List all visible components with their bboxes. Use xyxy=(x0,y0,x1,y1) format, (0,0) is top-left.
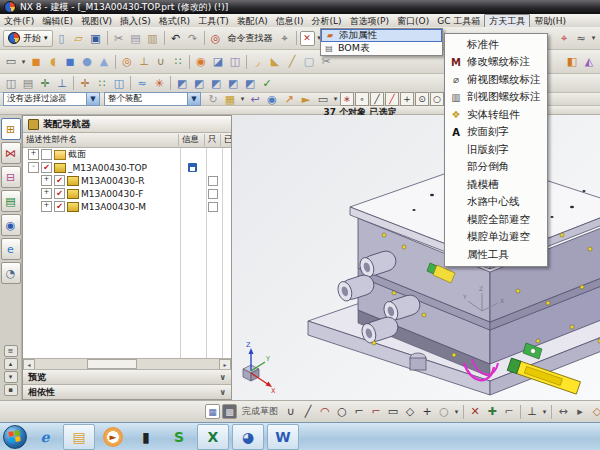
intersection-point-icon[interactable]: + xyxy=(400,92,414,106)
snap-point-icon[interactable]: ∗ xyxy=(340,92,354,106)
check-valid-icon[interactable]: ✓ xyxy=(259,75,275,91)
expand-icon[interactable]: + xyxy=(41,188,52,199)
menu-item-pry-slot[interactable]: 撬模槽 xyxy=(445,176,547,194)
menu-item-cavity-single-side-relief[interactable]: 模腔单边避空 xyxy=(445,229,547,247)
cylinder-icon[interactable]: ● xyxy=(79,54,95,70)
menu-analysis[interactable]: 分析(L) xyxy=(308,15,346,27)
extrude-icon[interactable]: ◼ xyxy=(28,54,44,70)
sketch-grid-icon[interactable]: ▩ xyxy=(222,404,237,419)
internet-explorer-icon[interactable]: e xyxy=(30,425,60,449)
quadrant-point-icon[interactable]: ○ xyxy=(430,92,444,106)
reuse-library-tab-icon[interactable]: ▤ xyxy=(1,190,21,212)
expand-icon[interactable]: + xyxy=(41,175,52,186)
menu-item-standard-parts[interactable]: 标准件 xyxy=(445,36,547,54)
sketch-icon[interactable]: ▭ xyxy=(3,54,19,70)
windows-explorer-icon[interactable]: ▤ xyxy=(63,424,95,450)
tree-row-label[interactable]: _M13A00430-TOP xyxy=(68,163,179,173)
refresh-icon[interactable]: ↻ xyxy=(205,91,221,107)
menu-information[interactable]: 信息(I) xyxy=(272,15,308,27)
word-icon[interactable]: W xyxy=(267,424,299,450)
checkbox-unchecked-icon[interactable] xyxy=(41,149,52,160)
menu-insert[interactable]: 插入(S) xyxy=(116,15,155,27)
menu-item-section-view-thread-callout[interactable]: ▥ 剖视图螺纹标注 xyxy=(445,89,547,107)
menu-item-bom-table[interactable]: ▤ BOM表 xyxy=(321,42,442,55)
readonly-checkbox[interactable] xyxy=(208,202,218,212)
tree-row-component-m[interactable]: + ✔ M13A00430-M xyxy=(23,200,231,213)
move-component-icon[interactable]: ✛ xyxy=(77,75,93,91)
menu-fangtian-tools[interactable]: 方天工具 xyxy=(484,14,530,28)
revolve-icon[interactable]: ◖ xyxy=(45,54,61,70)
highlight-dropdown-icon[interactable]: ▾ xyxy=(239,91,246,107)
menu-item-attribute-tools[interactable]: 属性工具 xyxy=(445,246,547,264)
assembly-constraints-icon[interactable]: ⊥ xyxy=(54,75,70,91)
control-point-icon[interactable]: ╱ xyxy=(385,92,399,106)
scroll-right-icon[interactable]: ▸ xyxy=(219,359,231,370)
resource-dock-icon[interactable]: ≡ xyxy=(4,345,18,357)
polygon-icon[interactable]: ◇ xyxy=(402,404,418,420)
menu-item-cavity-full-relief[interactable]: 模腔全部避空 xyxy=(445,211,547,229)
circle-icon[interactable]: ○ xyxy=(334,404,350,420)
pocket-icon[interactable]: ∪ xyxy=(153,54,169,70)
menu-item-legacy-engrave[interactable]: 旧版刻字 xyxy=(445,141,547,159)
touch-mode-icon[interactable]: ⌖ xyxy=(277,30,293,46)
checkbox-checked-icon[interactable]: ✔ xyxy=(54,201,65,212)
unite-icon[interactable]: ◉ xyxy=(193,54,209,70)
constraint-navigator-tab-icon[interactable]: ⋈ xyxy=(1,142,21,164)
open-folder-icon[interactable]: ▱ xyxy=(71,30,87,46)
rect-select-style-icon[interactable]: ▭ xyxy=(315,91,331,107)
expand-icon[interactable]: + xyxy=(41,201,52,212)
move-face-icon[interactable]: ◧ xyxy=(564,54,580,70)
pattern-feature-icon[interactable]: ∷ xyxy=(170,54,186,70)
history-tab-icon[interactable]: ◔ xyxy=(1,262,21,284)
select-cursor-icon[interactable]: ► xyxy=(298,91,314,107)
command-finder-icon[interactable]: ◎ xyxy=(208,30,224,46)
menu-preferences[interactable]: 首选项(P) xyxy=(346,15,393,27)
menu-item-solid-to-component[interactable]: ❖ 实体转组件 xyxy=(445,106,547,124)
drag-component-icon[interactable]: ✛ xyxy=(37,75,53,91)
line-icon[interactable]: ╱ xyxy=(300,404,316,420)
paste-icon[interactable]: ▥ xyxy=(145,30,161,46)
menu-view[interactable]: 视图(V) xyxy=(77,15,116,27)
menu-format[interactable]: 格式(R) xyxy=(155,15,194,27)
corner-fillet-icon[interactable]: ⌐ xyxy=(368,404,384,420)
scroll-left-icon[interactable]: ◂ xyxy=(23,359,35,370)
menu-help[interactable]: 帮助(H) xyxy=(530,15,570,27)
open-component-icon[interactable]: ▤ xyxy=(20,75,36,91)
highlight-style-icon[interactable]: ▦ xyxy=(222,91,238,107)
tree-row-top-assembly[interactable]: - ✔ _M13A00430-TOP xyxy=(23,161,231,174)
tree-row-label[interactable]: M13A00430-R xyxy=(81,176,179,186)
menu-item-modify-thread-callout[interactable]: M 修改螺纹标注 xyxy=(445,54,547,72)
offset-curve-icon[interactable]: ○ xyxy=(436,404,452,420)
rectangle-icon[interactable]: ▭ xyxy=(385,404,401,420)
sketch-dropdown-icon[interactable]: ▾ xyxy=(590,30,597,46)
chamfer-icon[interactable]: ◣ xyxy=(267,54,283,70)
more-sketch-tools-icon[interactable]: ▸ xyxy=(572,404,588,420)
subtract-icon[interactable]: ◪ xyxy=(210,54,226,70)
column-read-only[interactable]: 只 xyxy=(205,134,221,146)
column-descriptive-part-name[interactable]: 描述性部件名 xyxy=(23,134,179,146)
edge-blend-icon[interactable]: ◞ xyxy=(250,54,266,70)
show-hide-icon[interactable]: ✕ xyxy=(300,31,315,46)
sketch-in-task-icon[interactable]: ≈ xyxy=(573,30,589,46)
rect-select-dropdown-icon[interactable]: ▾ xyxy=(332,91,339,107)
hd3d-tools-tab-icon[interactable]: ◉ xyxy=(1,214,21,236)
checkbox-checked-icon[interactable]: ✔ xyxy=(54,188,65,199)
part-navigator-tab-icon[interactable]: ⊟ xyxy=(1,166,21,188)
readonly-checkbox[interactable] xyxy=(208,176,218,186)
assembly-navigator-tab-icon[interactable]: ⊞ xyxy=(1,118,21,140)
arc-center-icon[interactable]: ⊙ xyxy=(415,92,429,106)
mirror-assembly-icon[interactable]: ◫ xyxy=(111,75,127,91)
menu-gc-toolbox[interactable]: GC 工具箱 xyxy=(433,15,484,27)
column-info[interactable]: 信息 xyxy=(179,134,205,146)
profile-icon[interactable]: ∪ xyxy=(283,404,299,420)
scrollbar-thumb[interactable] xyxy=(87,359,137,369)
resource-down-icon[interactable]: ▾ xyxy=(4,371,18,383)
make-corner-icon[interactable]: ⌐ xyxy=(501,404,517,420)
checkbox-checked-icon[interactable]: ✔ xyxy=(54,175,65,186)
pattern-component-icon[interactable]: ∷ xyxy=(94,75,110,91)
undo-icon[interactable]: ↶ xyxy=(168,30,184,46)
nx-app-icon[interactable]: ◕ xyxy=(232,424,264,450)
boss-icon[interactable]: ⊥ xyxy=(136,54,152,70)
assembly-sequence-icon[interactable]: ◩ xyxy=(242,75,258,91)
tree-row-label[interactable]: M13A00430-M xyxy=(81,202,179,212)
